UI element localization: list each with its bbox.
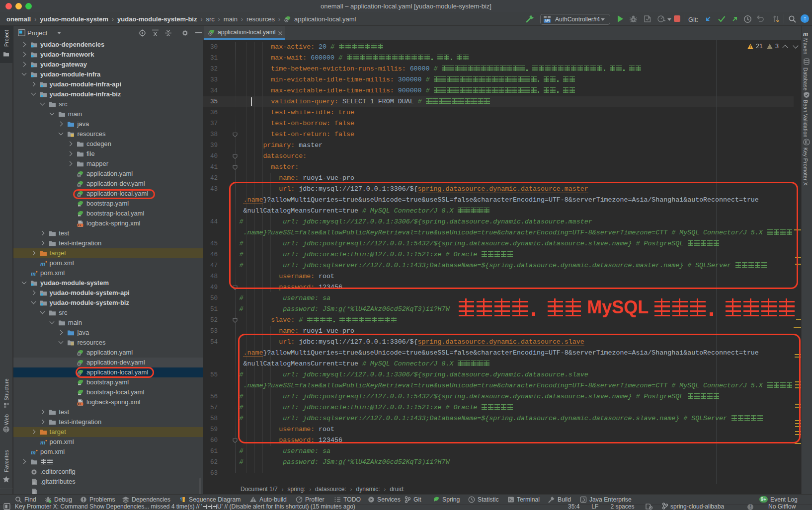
svg-text:API: API	[545, 19, 550, 22]
svg-text:m: m	[31, 270, 36, 277]
svg-text:m: m	[40, 438, 45, 446]
svg-text:m: m	[40, 260, 45, 267]
svg-text:m: m	[31, 448, 36, 456]
